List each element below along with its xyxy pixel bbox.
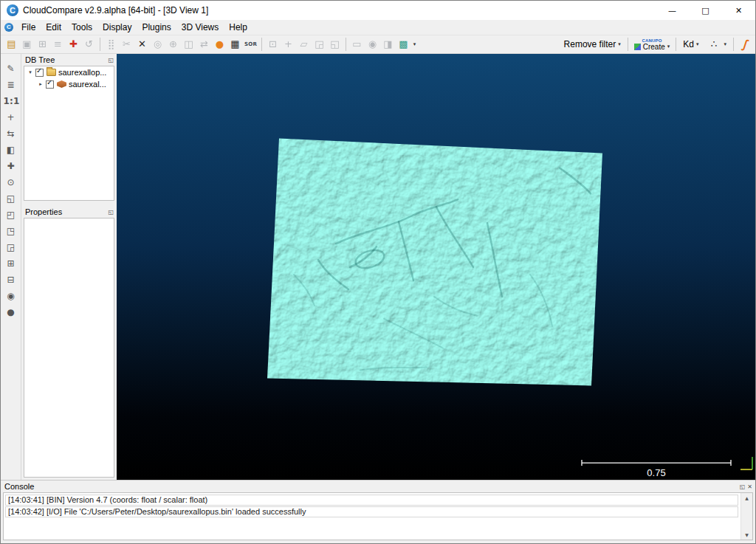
3d-view[interactable]: 0.75: [117, 54, 755, 480]
pivot-toggle-icon[interactable]: ⇆: [4, 126, 18, 141]
toolbar-edit-group: ⣿✂✕◎⊕◫⇄●▦SOR: [103, 36, 258, 52]
db-tree-title: DB Tree: [25, 55, 55, 64]
view-front-icon[interactable]: ◱: [4, 191, 18, 206]
3d-view-canvas[interactable]: 0.75: [117, 54, 755, 480]
zoom-fit-all-icon[interactable]: +: [4, 110, 18, 125]
dock-float-icon[interactable]: ◱: [108, 57, 114, 63]
close-button[interactable]: ✕: [722, 1, 755, 20]
db-tree-panel: DB Tree ◱ ▾ ✓ saurexallop... ▸: [21, 54, 117, 203]
menu-bar: C File Edit Tools Display Plugins 3D Vie…: [1, 20, 755, 35]
close-icon[interactable]: ✕: [747, 483, 752, 490]
console-lines: [14:03:41] [BIN] Version 4.7 (coords: fl…: [5, 495, 738, 517]
octree-icon[interactable]: ▦: [227, 36, 243, 52]
view-left-icon[interactable]: ◳: [4, 224, 18, 238]
toolbar-separator: [346, 38, 346, 51]
console-log: [14:03:41] [BIN] Version 4.7 (coords: fl…: [3, 492, 753, 540]
scroll-down-icon[interactable]: ▼: [745, 530, 749, 540]
db-tree-header[interactable]: DB Tree ◱: [21, 54, 117, 66]
view-back-icon[interactable]: ◰: [4, 207, 18, 222]
canupo-brand-label: CANUPO: [642, 38, 662, 43]
pick-rotation-center-icon[interactable]: ✎: [4, 61, 18, 76]
dock-float-icon[interactable]: ◱: [740, 483, 746, 490]
visibility-checkbox[interactable]: ✓: [35, 69, 44, 77]
open-file-icon[interactable]: ▤: [4, 36, 19, 52]
menu-plugins[interactable]: Plugins: [137, 21, 176, 34]
translate-rotate-icon[interactable]: ⊕: [165, 36, 181, 52]
toolbar-view-group: ⊡+▱◲◱: [265, 36, 343, 52]
scroll-up-icon[interactable]: ▲: [745, 493, 749, 503]
top-view-icon[interactable]: ▱: [296, 36, 312, 52]
remove-filter-button[interactable]: Remove filter ▾: [560, 38, 625, 51]
align-tools-icon[interactable]: ✚: [66, 36, 81, 52]
console-scrollbar[interactable]: ▲ ▼: [740, 493, 752, 540]
zoom-mode-icon[interactable]: ⊙: [4, 175, 18, 190]
perspective-view-icon[interactable]: ◧: [4, 142, 18, 157]
camera-settings-icon[interactable]: ◲: [312, 36, 327, 52]
compute-normals-icon[interactable]: ●: [212, 36, 227, 52]
view-top-icon[interactable]: ⊞: [4, 256, 18, 271]
kdtree-plugin-button[interactable]: Kd ▾: [679, 38, 702, 51]
db-tree-body: ▾ ✓ saurexallop... ▸ ✓ saurexal...: [24, 66, 114, 201]
canupo-create-button[interactable]: CANUPO Create ▾: [631, 38, 673, 51]
window-controls: — □ ✕: [656, 1, 755, 20]
point-size-icon[interactable]: ≣: [4, 78, 18, 92]
pan-mode-icon[interactable]: ✚: [4, 159, 18, 173]
properties-icon[interactable]: ≡: [50, 36, 66, 52]
delete-icon[interactable]: ✕: [134, 36, 150, 52]
tree-item-label: saurexallop...: [58, 68, 106, 77]
view-iso-2-icon[interactable]: ●: [4, 305, 18, 320]
menu-tools[interactable]: Tools: [66, 21, 97, 34]
console-toggle-icon[interactable]: ▭: [349, 36, 365, 52]
console-log-line: [14:03:41] [BIN] Version 4.7 (coords: fl…: [5, 495, 738, 506]
properties-body: [24, 218, 114, 478]
m3c2-plugin-icon: ∴: [706, 36, 721, 52]
point-picking-icon[interactable]: ◎: [150, 36, 165, 52]
mdi-child-icon[interactable]: C: [4, 23, 13, 32]
pivot-icon[interactable]: +: [281, 36, 296, 52]
clone-icon[interactable]: ⊞: [35, 36, 50, 52]
segment-icon[interactable]: ✂: [119, 36, 134, 52]
interactive-transform-icon[interactable]: ⇄: [196, 36, 212, 52]
tree-row[interactable]: ▸ ✓ saurexal...: [24, 78, 114, 90]
sra-plugin-icon[interactable]: ∫: [737, 36, 752, 52]
console-header[interactable]: Console ◱ ✕: [1, 481, 755, 492]
view-iso-1-icon[interactable]: ◉: [4, 289, 18, 303]
mesh-surface[interactable]: [267, 139, 602, 386]
render-settings-icon[interactable]: ◨: [380, 36, 396, 52]
subsample-icon[interactable]: ⣿: [103, 36, 119, 52]
menu-edit[interactable]: Edit: [41, 21, 66, 34]
app-icon: C: [7, 4, 18, 16]
menu-3d-views[interactable]: 3D Views: [176, 21, 224, 34]
zoom-1-1-icon[interactable]: 1:1: [4, 94, 18, 109]
kd-label: Kd: [683, 39, 694, 49]
menu-help[interactable]: Help: [224, 21, 252, 34]
clipping-box-icon[interactable]: ◫: [181, 36, 196, 52]
menu-file[interactable]: File: [16, 21, 41, 34]
console-log-line: [14:03:42] [I/O] File 'C:/Users/Peter/De…: [5, 506, 738, 517]
sor-filter-icon[interactable]: SOR: [243, 36, 258, 52]
minimize-button[interactable]: —: [656, 1, 689, 20]
title-bar: C CloudCompare v2.9.alpha [64-bit] - [3D…: [1, 1, 755, 20]
tree-row[interactable]: ▾ ✓ saurexallop...: [24, 66, 114, 78]
save-icon[interactable]: ▣: [19, 36, 35, 52]
colorbar-dropdown-icon[interactable]: ▾: [411, 36, 418, 52]
dock-float-icon[interactable]: ◱: [108, 209, 114, 216]
colorbar-icon[interactable]: ▩: [396, 36, 411, 52]
menu-display[interactable]: Display: [97, 21, 137, 34]
properties-panel: Properties ◱: [21, 206, 117, 480]
chevron-down-icon: ▾: [618, 41, 621, 47]
register-icon[interactable]: ↺: [81, 36, 97, 52]
tree-expander-icon[interactable]: ▸: [37, 81, 44, 87]
maximize-button[interactable]: □: [689, 1, 722, 20]
view-bottom-icon[interactable]: ⊟: [4, 272, 18, 287]
screenshot-icon[interactable]: ◉: [365, 36, 380, 52]
visibility-checkbox[interactable]: ✓: [46, 80, 54, 89]
properties-header[interactable]: Properties ◱: [21, 206, 117, 218]
view-right-icon[interactable]: ◲: [4, 240, 18, 255]
fullscreen-icon[interactable]: ◱: [327, 36, 343, 52]
zoom-fit-icon[interactable]: ⊡: [265, 36, 281, 52]
m3c2-plugin-button[interactable]: ∴ ▾: [702, 35, 730, 54]
tree-expander-icon[interactable]: ▾: [27, 69, 34, 75]
remove-filter-label: Remove filter: [564, 39, 616, 49]
chevron-down-icon: ▾: [724, 41, 726, 47]
